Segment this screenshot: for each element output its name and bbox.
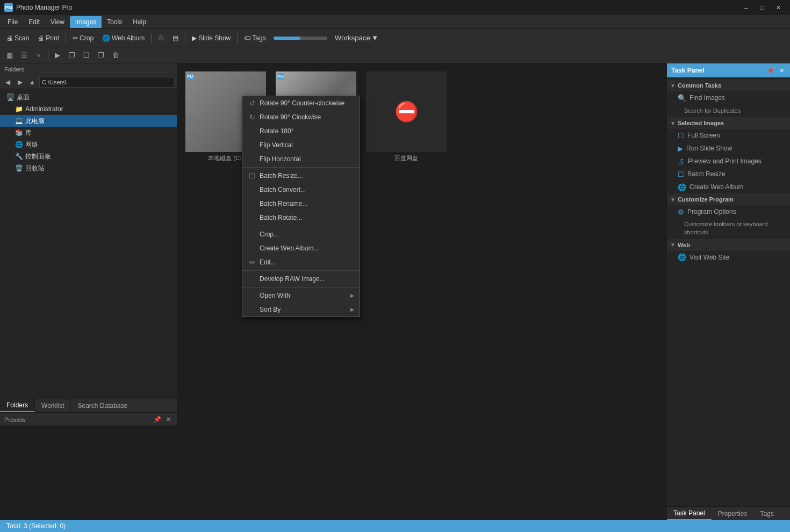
- crop-button[interactable]: ✂ Crop: [69, 31, 97, 46]
- grid-view-button[interactable]: ▦: [3, 49, 16, 62]
- tp-preview-print[interactable]: 🖨 Preview and Print Images: [667, 155, 790, 168]
- tp-program-options[interactable]: ⚙ Program Options: [667, 205, 790, 218]
- menu-rotate-180[interactable]: Rotate 180°: [242, 124, 360, 138]
- menu-flip-h[interactable]: Flip Horizontal: [242, 152, 360, 166]
- tp-run-slide-show[interactable]: ▶ Run Slide Show: [667, 142, 790, 155]
- menu-flip-v[interactable]: Flip Vertical: [242, 138, 360, 152]
- paste-button[interactable]: ❑: [80, 49, 93, 62]
- tp-visit-web[interactable]: 🌐 Visit Web Site: [667, 251, 790, 264]
- menu-create-web-album[interactable]: Create Web Album...: [242, 241, 360, 255]
- select-button[interactable]: ▶: [51, 49, 64, 62]
- tree-item-recycle[interactable]: 🗑️ 回收站: [0, 162, 177, 174]
- list-view-button[interactable]: ☰: [18, 49, 31, 62]
- up-button[interactable]: ▲: [27, 77, 38, 88]
- forward-button[interactable]: ▶: [15, 77, 25, 88]
- tags-button[interactable]: 🏷 Tags: [241, 31, 269, 46]
- toolbar-separator4: [237, 33, 238, 44]
- menu-edit[interactable]: ✏ Edit...: [242, 255, 360, 269]
- thumbnail-baidu[interactable]: ⛔ 百度网盘: [363, 69, 449, 165]
- tp-create-web-album[interactable]: 🌐 Create Web Album: [667, 181, 790, 193]
- tp-search-duplicates[interactable]: Search for Duplicates: [667, 104, 790, 117]
- preview-panel: Preview 📌 ✕: [0, 413, 177, 520]
- zoom-slider-container: [271, 37, 329, 40]
- tp-customize-toolbars[interactable]: Customize toolbars or keyboard shortcuts: [667, 218, 790, 239]
- tab-tags[interactable]: Tags: [753, 507, 780, 520]
- tree-item-network[interactable]: 🌐 网络: [0, 139, 177, 150]
- tree-item-admin[interactable]: 📁 Administrator: [0, 103, 177, 115]
- slide-show-button[interactable]: ▶ Slide Show: [189, 31, 234, 46]
- control-panel-icon: 🔧: [15, 153, 23, 160]
- menu-crop[interactable]: Crop...: [242, 227, 360, 241]
- tab-search-database[interactable]: Search Database: [71, 399, 134, 412]
- batch-resize-tp-icon: ☐: [678, 170, 684, 178]
- section-selected-images[interactable]: ▼ Selected Images: [667, 117, 790, 129]
- menu-rotate-ccw[interactable]: ↺ Rotate 90° Counter-clockwise: [242, 96, 360, 110]
- trash-button[interactable]: 🗑: [109, 49, 122, 62]
- maximize-button[interactable]: □: [755, 2, 770, 13]
- tree-item-controlpanel[interactable]: 🔧 控制面板: [0, 150, 177, 162]
- window-controls: – □ ✕: [738, 2, 786, 13]
- find-images-icon: 🔍: [678, 94, 686, 102]
- desktop-icon: 🖥️: [6, 94, 15, 101]
- rotate-ccw-icon: ↺: [248, 99, 256, 107]
- tp-batch-resize[interactable]: ☐ Batch Resize: [667, 168, 790, 181]
- mypc-icon: 💻: [15, 117, 23, 125]
- copy-button[interactable]: ❐: [66, 49, 78, 62]
- pin-button[interactable]: 📌: [153, 415, 162, 424]
- delete-button[interactable]: ❒: [95, 49, 107, 62]
- web-album-button[interactable]: 🌐 Web Album: [99, 31, 148, 46]
- menu-tools[interactable]: Tools: [102, 16, 127, 28]
- tab-folders[interactable]: Folders: [0, 399, 35, 412]
- icons2-button[interactable]: ▤: [169, 31, 182, 46]
- menu-open-with[interactable]: Open With ▶: [242, 289, 360, 303]
- menu-sort-by[interactable]: Sort By ▶: [242, 303, 360, 317]
- tree-item-desktop[interactable]: 🖥️ 桌面: [0, 91, 177, 103]
- section-customize[interactable]: ▼ Customize Program: [667, 193, 790, 205]
- tree-item-mypc[interactable]: 💻 此电脑: [0, 115, 177, 127]
- tab-task-panel[interactable]: Task Panel: [667, 507, 712, 520]
- menu-batch-rename[interactable]: Batch Rename...: [242, 197, 360, 211]
- close-preview-button[interactable]: ✕: [164, 415, 173, 424]
- menu-file[interactable]: File: [2, 16, 23, 28]
- task-panel-controls: 📌 ✕: [766, 66, 786, 75]
- section-common-tasks[interactable]: ▼ Common Tasks: [667, 80, 790, 91]
- run-slide-show-icon: ▶: [678, 145, 683, 153]
- tp-find-images[interactable]: 🔍 Find Images: [667, 91, 790, 104]
- menu-edit[interactable]: Edit: [23, 16, 45, 28]
- sort-dropdown-button[interactable]: ▿: [32, 49, 45, 62]
- menu-develop-raw[interactable]: Develop RAW Image...: [242, 272, 360, 286]
- menu-view[interactable]: View: [45, 16, 70, 28]
- toolbar-separator2: [151, 33, 152, 44]
- menu-images[interactable]: Images: [70, 16, 102, 28]
- icons2-icon: ▤: [173, 34, 178, 42]
- icons-button[interactable]: ☉: [155, 31, 167, 46]
- menu-batch-convert[interactable]: Batch Convert...: [242, 183, 360, 197]
- menu-help[interactable]: Help: [127, 16, 152, 28]
- sort-by-arrow: ▶: [350, 307, 354, 312]
- print-button[interactable]: 🖨 Print: [34, 31, 62, 46]
- main-toolbar: 🖨 Scan 🖨 Print ✂ Crop 🌐 Web Album ☉ ▤ ▶ …: [0, 29, 790, 47]
- tab-worklist[interactable]: Worklist: [35, 399, 71, 412]
- path-bar[interactable]: C:\Users\: [39, 77, 175, 88]
- zoom-track[interactable]: [274, 37, 327, 40]
- pin-task-panel-button[interactable]: 📌: [766, 66, 775, 75]
- section-arrow-web: ▼: [670, 242, 676, 248]
- minimize-button[interactable]: –: [738, 2, 753, 13]
- close-button[interactable]: ✕: [771, 2, 786, 13]
- menu-rotate-cw[interactable]: ↻ Rotate 90° Clockwise: [242, 110, 360, 124]
- scan-button[interactable]: 🖨 Scan: [3, 31, 32, 46]
- section-web[interactable]: ▼ Web: [667, 239, 790, 251]
- close-task-panel-button[interactable]: ✕: [777, 66, 786, 75]
- rotate-cw-icon: ↻: [248, 113, 256, 121]
- slide-show-icon: ▶: [192, 34, 197, 42]
- tp-full-screen[interactable]: ☐ Full Screen: [667, 129, 790, 142]
- workspace-button[interactable]: Workspace ▼: [332, 31, 382, 46]
- tab-properties[interactable]: Properties: [712, 507, 754, 520]
- back-button[interactable]: ◀: [2, 77, 13, 88]
- section-arrow-customize: ▼: [670, 197, 676, 203]
- menu-batch-rotate[interactable]: Batch Rotate...: [242, 211, 360, 225]
- left-panel: Folders ◀ ▶ ▲ C:\Users\ 🖥️ 桌面 📁 Administ…: [0, 63, 177, 520]
- menu-sep4: [242, 287, 360, 287]
- menu-batch-resize[interactable]: ☐ Batch Resize...: [242, 169, 360, 183]
- tree-item-library[interactable]: 📚 库: [0, 127, 177, 139]
